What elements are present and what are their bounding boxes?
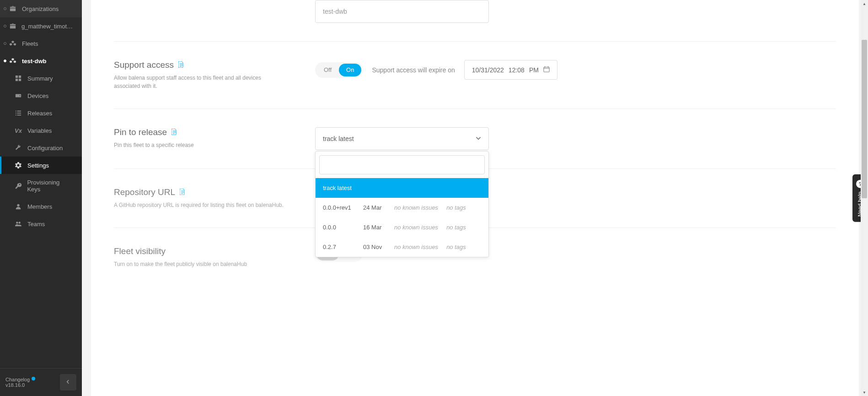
key-icon [15, 182, 21, 190]
fleet-name-section: test-dwb [114, 0, 836, 42]
expire-label: Support access will expire on [372, 66, 455, 74]
user-icon [15, 203, 22, 210]
svg-rect-15 [544, 67, 549, 72]
release-search-input[interactable] [319, 155, 485, 174]
release-dropdown-toggle[interactable]: track latest [315, 127, 489, 150]
scroll-down-icon[interactable]: ▼ [861, 389, 868, 396]
main-content: test-dwb Support access Allow balena sup… [91, 0, 859, 396]
support-access-desc: Allow balena support staff access to thi… [114, 74, 288, 90]
sidebar-item-members[interactable]: Members [0, 198, 82, 215]
calendar-icon [543, 66, 550, 74]
sidebar-item-summary[interactable]: Summary [0, 70, 82, 87]
chevron-left-icon [66, 380, 70, 385]
chevron-down-icon [476, 135, 481, 142]
expire-datetime-input[interactable]: 10/31/2022 12:08 PM [464, 60, 557, 80]
dashboard-icon [15, 75, 22, 82]
sidebar-item-teams[interactable]: Teams [0, 215, 82, 233]
release-dropdown: track latest track latest 0.0.0+rev1 24 … [315, 127, 489, 150]
pin-release-desc: Pin this fleet to a specific release [114, 141, 288, 149]
svg-rect-10 [16, 115, 16, 116]
svg-point-14 [18, 222, 20, 223]
cubes-icon [9, 40, 16, 47]
repo-url-desc: A GitHub repository URL is required for … [114, 201, 288, 209]
support-access-title: Support access [114, 60, 288, 70]
fleet-visibility-title: Fleet visibility [114, 246, 288, 256]
release-option[interactable]: 0.0.0 16 Mar no known issues no tags [316, 217, 488, 237]
hdd-icon [15, 92, 22, 99]
svg-point-13 [16, 222, 18, 223]
briefcase-icon [9, 5, 16, 12]
svg-rect-7 [17, 111, 21, 112]
svg-rect-0 [16, 76, 18, 78]
fleet-name-input[interactable]: test-dwb [315, 0, 489, 23]
sidebar-item-provisioning-keys[interactable]: Provisioning Keys [0, 174, 82, 198]
pin-release-title: Pin to release [114, 127, 288, 137]
support-access-toggle[interactable]: Off On [315, 62, 363, 78]
collapse-sidebar-button[interactable] [60, 374, 76, 391]
scrollbar-thumb[interactable] [862, 40, 867, 198]
pin-to-release-section: Pin to release Pin this fleet to a speci… [114, 109, 836, 169]
wrench-icon [15, 144, 22, 152]
svg-rect-6 [16, 111, 16, 112]
svg-rect-8 [16, 113, 16, 114]
toggle-on[interactable]: On [339, 64, 361, 76]
cubes-icon [9, 57, 16, 65]
gear-icon [15, 162, 22, 169]
svg-rect-9 [17, 113, 21, 114]
release-option[interactable]: 0.0.0+rev1 24 Mar no known issues no tag… [316, 198, 488, 217]
svg-rect-2 [16, 79, 18, 81]
sidebar-item-releases[interactable]: Releases [0, 104, 82, 122]
release-option[interactable]: 0.2.7 03 Nov no known issues no tags [316, 237, 488, 257]
fleet-visibility-desc: Turn on to make the fleet publicly visib… [114, 260, 288, 268]
briefcase-icon [9, 22, 16, 30]
sidebar-footer: Changelog v18.16.0 [0, 368, 82, 396]
nav-current-fleet[interactable]: test-dwb [0, 52, 82, 70]
nav-fleets[interactable]: Fleets [0, 35, 82, 52]
scrollbar[interactable]: ▲ ▼ [861, 0, 868, 396]
svg-rect-3 [19, 79, 21, 81]
nav-organizations[interactable]: Organizations [0, 0, 82, 17]
doc-icon[interactable] [180, 189, 185, 196]
sidebar-item-settings[interactable]: Settings [0, 157, 82, 174]
sidebar-item-variables[interactable]: Vx Variables [0, 122, 82, 139]
list-icon [15, 109, 22, 117]
changelog-link[interactable]: Changelog v18.16.0 [5, 377, 30, 388]
svg-point-12 [17, 204, 19, 206]
toggle-off[interactable]: Off [316, 64, 339, 76]
sidebar: Organizations g_matthew_timot… Fleets te… [0, 0, 82, 396]
svg-point-5 [20, 95, 21, 96]
svg-rect-1 [19, 76, 21, 78]
sidebar-item-configuration[interactable]: Configuration [0, 139, 82, 157]
repo-url-title: Repository URL [114, 187, 288, 197]
scroll-up-icon[interactable]: ▲ [861, 0, 868, 7]
release-dropdown-panel: track latest 0.0.0+rev1 24 Mar no known … [315, 151, 489, 257]
support-access-section: Support access Allow balena support staf… [114, 42, 836, 109]
release-option-track-latest[interactable]: track latest [316, 178, 488, 198]
variable-icon: Vx [15, 127, 22, 134]
users-icon [15, 220, 22, 228]
sidebar-item-devices[interactable]: Devices [0, 87, 82, 104]
doc-icon[interactable] [171, 129, 177, 136]
doc-icon[interactable] [178, 61, 184, 69]
svg-rect-11 [17, 115, 21, 116]
notification-dot-icon [32, 377, 35, 380]
nav-org-user[interactable]: g_matthew_timot… [0, 17, 82, 35]
